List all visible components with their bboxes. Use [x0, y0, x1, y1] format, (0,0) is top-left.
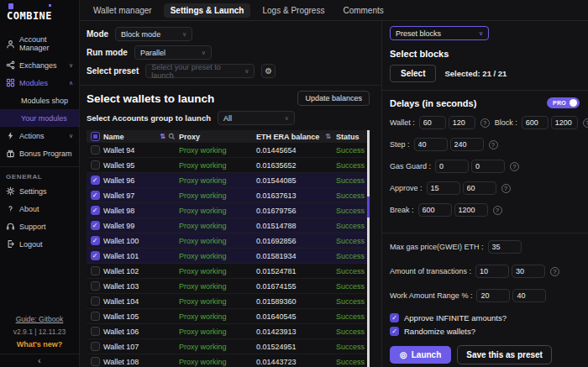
approve-delay-min-input[interactable]	[427, 181, 460, 195]
table-row[interactable]: Wallet 94Proxy working0.01445654Success	[87, 143, 370, 158]
sidebar-item-actions[interactable]: Actions∨	[0, 127, 79, 144]
save-preset-button[interactable]: Save this as preset	[457, 345, 552, 364]
block-delay-min-input[interactable]	[522, 116, 549, 129]
tab-settings-launch[interactable]: Settings & Launch	[164, 3, 251, 18]
work-range-min-input[interactable]	[476, 289, 510, 302]
table-scrollbar[interactable]	[367, 130, 370, 367]
row-checkbox[interactable]	[91, 312, 100, 321]
table-row[interactable]: Wallet 107Proxy working0.01524951Success	[87, 339, 370, 354]
preset-settings-button[interactable]: ⚙	[261, 64, 276, 78]
preset-select[interactable]: Select your preset to launch ∨	[145, 64, 255, 78]
tab-logs-progress[interactable]: Logs & Progress	[255, 3, 331, 18]
row-checkbox[interactable]: ✓	[91, 251, 100, 260]
work-range-max-input[interactable]	[512, 289, 546, 302]
row-checkbox[interactable]	[91, 342, 100, 351]
table-row[interactable]: Wallet 95Proxy working0.01635652Success	[87, 158, 370, 173]
row-checkbox[interactable]: ✓	[91, 221, 100, 230]
tab-comments[interactable]: Comments	[336, 3, 390, 18]
gas-guard-min-input[interactable]	[435, 160, 469, 173]
balance-column-header[interactable]: ETH ERA balance ⇅	[256, 133, 336, 141]
row-checkbox[interactable]	[91, 296, 100, 306]
sidebar-item-logout[interactable]: Logout	[0, 235, 79, 253]
sidebar-collapse-button[interactable]: ‹	[0, 354, 79, 367]
table-row[interactable]: ✓Wallet 100Proxy working0.01692856Succes…	[87, 233, 370, 249]
sort-icon[interactable]: ⇅	[160, 133, 165, 140]
proxy-column-header[interactable]: Proxy	[179, 133, 256, 141]
help-icon[interactable]: ?	[583, 118, 588, 128]
table-row[interactable]: Wallet 102Proxy working0.01524781Success	[87, 264, 370, 279]
help-icon[interactable]: ?	[493, 206, 502, 215]
search-icon[interactable]	[168, 133, 176, 140]
sidebar-item-bonus-program[interactable]: Bonus Program	[0, 144, 79, 162]
pro-toggle[interactable]: PRO	[547, 97, 580, 108]
max-gas-label: Max gas price(GWEI) ETH :	[390, 243, 484, 251]
select-all-checkbox[interactable]	[91, 132, 100, 141]
table-row[interactable]: ✓Wallet 101Proxy working0.01581934Succes…	[87, 249, 370, 264]
run-mode-select[interactable]: Parallel ∨	[134, 45, 212, 60]
accounts-group-select[interactable]: All ∨	[218, 111, 295, 125]
update-balances-button[interactable]: Update balances	[297, 91, 370, 106]
wallet-delay-min-input[interactable]	[419, 116, 446, 129]
table-row[interactable]: Wallet 104Proxy working0.01589360Success	[87, 294, 370, 309]
gas-guard-max-input[interactable]	[471, 160, 505, 173]
sidebar-item-support[interactable]: Support	[0, 218, 79, 235]
help-icon[interactable]: ?	[501, 184, 511, 193]
mode-select[interactable]: Block mode ∨	[115, 27, 192, 41]
help-icon[interactable]: ?	[489, 140, 498, 149]
sidebar-item-modules-shop[interactable]: Modules shop	[0, 92, 79, 109]
whats-new-link[interactable]: What's new?	[3, 340, 76, 349]
name-column-header[interactable]: Name ⇅	[103, 133, 179, 141]
row-checkbox[interactable]	[91, 357, 100, 366]
launch-button[interactable]: ◎ Launch	[390, 346, 451, 364]
approve-delay-max-input[interactable]	[463, 181, 496, 195]
table-row[interactable]: ✓Wallet 98Proxy working0.01679756Success	[87, 203, 370, 218]
row-checkbox[interactable]: ✓	[91, 191, 100, 200]
row-checkbox[interactable]	[91, 281, 100, 291]
guide-gitbook-link[interactable]: Guide: Gitbook	[3, 315, 76, 323]
table-row[interactable]: Wallet 105Proxy working0.01640545Success	[87, 309, 370, 324]
step-delay-min-input[interactable]	[414, 138, 448, 151]
preset-blocks-select[interactable]: Preset blocks ∨	[390, 26, 489, 40]
sidebar-item-label: Settings	[19, 187, 47, 196]
row-checkbox[interactable]: ✓	[91, 206, 100, 215]
table-row[interactable]: Wallet 106Proxy working0.01423913Success	[87, 324, 370, 339]
sort-icon[interactable]: ⇅	[325, 133, 331, 140]
table-row[interactable]: Wallet 103Proxy working0.01674155Success	[87, 279, 370, 294]
step-delay-max-input[interactable]	[450, 138, 484, 151]
block-delay-max-input[interactable]	[551, 116, 578, 129]
break-delay-max-input[interactable]	[454, 203, 488, 217]
sidebar-item-modules[interactable]: Modules∧	[0, 74, 79, 92]
tx-amount-min-input[interactable]	[475, 265, 509, 278]
sidebar-item-account-manager[interactable]: Account Manager	[0, 31, 79, 56]
break-delay-min-input[interactable]	[418, 203, 452, 217]
table-row[interactable]: ✓Wallet 99Proxy working0.01514788Success	[87, 218, 370, 233]
help-icon[interactable]: ?	[480, 118, 490, 128]
table-scrollbar-thumb[interactable]	[367, 197, 370, 218]
row-checkbox[interactable]: ✓	[91, 236, 100, 245]
table-row[interactable]: ✓Wallet 97Proxy working0.01637613Success	[87, 188, 370, 203]
randomize-wallets-checkbox[interactable]: ✓	[390, 327, 399, 336]
help-icon[interactable]: ?	[510, 162, 519, 171]
tx-amount-max-input[interactable]	[512, 265, 545, 278]
approve-infinite-checkbox[interactable]: ✓	[390, 313, 399, 322]
row-checkbox[interactable]	[91, 160, 100, 170]
sidebar-item-exchanges[interactable]: Exchanges∨	[0, 56, 79, 74]
sidebar-item-about[interactable]: About	[0, 200, 79, 218]
wallet-status: Success	[336, 328, 370, 336]
table-row[interactable]: Wallet 108Proxy working0.01443723Success	[87, 354, 370, 367]
sidebar-item-your-modules[interactable]: Your modules	[0, 109, 79, 127]
tab-wallet-manager[interactable]: Wallet manager	[87, 3, 159, 18]
row-checkbox[interactable]: ✓	[91, 176, 100, 185]
table-row[interactable]: ✓Wallet 96Proxy working0.01544085Success	[87, 173, 370, 188]
row-checkbox[interactable]	[91, 327, 100, 336]
row-checkbox[interactable]	[91, 266, 100, 275]
wallet-delay-max-input[interactable]	[449, 116, 475, 129]
select-blocks-button[interactable]: Select	[390, 65, 436, 82]
sidebar: COMBINE Account ManagerExchanges∨Modules…	[0, 0, 80, 367]
chevron-down-icon: ∨	[69, 133, 73, 139]
help-icon[interactable]: ?	[550, 267, 559, 276]
max-gas-input[interactable]	[488, 240, 522, 254]
status-column-header[interactable]: Status	[336, 133, 370, 141]
row-checkbox[interactable]	[91, 145, 100, 155]
sidebar-item-settings[interactable]: Settings	[0, 182, 79, 200]
